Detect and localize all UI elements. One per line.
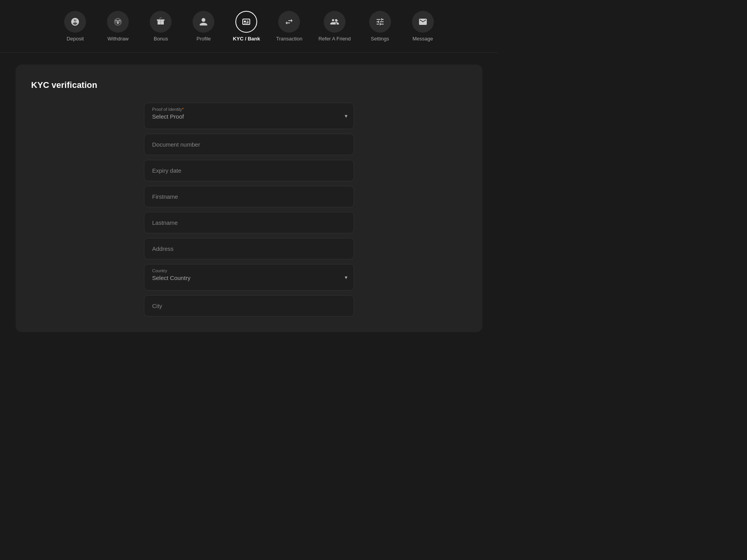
kyc-form: Proof of Identity* Select Proof ▾ — [144, 103, 354, 317]
svg-rect-3 — [160, 19, 161, 24]
nav-item-refer[interactable]: Refer A Friend — [310, 6, 358, 46]
country-value: Select Country — [152, 275, 346, 281]
withdraw-icon — [107, 11, 129, 33]
expiry-date-group — [144, 160, 354, 181]
message-label: Message — [412, 36, 433, 42]
document-number-input[interactable] — [144, 134, 354, 155]
kyc-icon — [235, 11, 257, 33]
top-navigation: Deposit Withdraw Bonus — [0, 0, 498, 53]
refer-icon — [324, 11, 345, 33]
deposit-icon — [64, 11, 86, 33]
nav-item-message[interactable]: Message — [402, 6, 444, 46]
kyc-bank-label: KYC / Bank — [233, 36, 260, 42]
proof-of-identity-group: Proof of Identity* Select Proof ▾ — [144, 103, 354, 129]
city-input[interactable] — [144, 295, 354, 317]
country-select[interactable]: Country Select Country ▾ — [144, 264, 354, 290]
settings-icon — [369, 11, 391, 33]
svg-rect-2 — [161, 21, 164, 24]
address-input[interactable] — [144, 238, 354, 259]
page-title: KYC verification — [31, 80, 467, 90]
profile-icon — [193, 11, 214, 33]
deposit-label: Deposit — [67, 36, 84, 42]
document-number-group — [144, 134, 354, 155]
svg-rect-4 — [243, 19, 250, 24]
lastname-input[interactable] — [144, 212, 354, 233]
refer-label: Refer A Friend — [318, 36, 351, 42]
nav-item-bonus[interactable]: Bonus — [139, 6, 182, 46]
svg-rect-5 — [244, 21, 246, 22]
message-icon — [412, 11, 434, 33]
nav-item-profile[interactable]: Profile — [182, 6, 225, 46]
address-group — [144, 238, 354, 259]
proof-label: Proof of Identity* — [152, 107, 346, 112]
proof-of-identity-select[interactable]: Proof of Identity* Select Proof ▾ — [144, 103, 354, 129]
nav-item-deposit[interactable]: Deposit — [54, 6, 96, 46]
firstname-group — [144, 186, 354, 207]
firstname-input[interactable] — [144, 186, 354, 207]
lastname-group — [144, 212, 354, 233]
settings-label: Settings — [371, 36, 389, 42]
country-group: Country Select Country ▾ — [144, 264, 354, 290]
bonus-label: Bonus — [154, 36, 168, 42]
kyc-card: KYC verification Proof of Identity* Sele… — [16, 65, 482, 332]
bonus-icon — [150, 11, 172, 33]
expiry-date-input[interactable] — [144, 160, 354, 181]
main-content: KYC verification Proof of Identity* Sele… — [0, 53, 498, 344]
nav-item-transaction[interactable]: Transaction — [268, 6, 310, 46]
svg-rect-1 — [158, 21, 160, 24]
proof-value: Select Proof — [152, 113, 346, 120]
nav-item-withdraw[interactable]: Withdraw — [96, 6, 139, 46]
withdraw-label: Withdraw — [107, 36, 128, 42]
city-group — [144, 295, 354, 317]
profile-label: Profile — [196, 36, 211, 42]
transaction-label: Transaction — [276, 36, 302, 42]
country-label: Country — [152, 268, 346, 273]
proof-chevron-icon: ▾ — [345, 113, 347, 119]
transaction-icon — [278, 11, 300, 33]
nav-item-settings[interactable]: Settings — [359, 6, 402, 46]
nav-item-kyc-bank[interactable]: KYC / Bank — [225, 6, 268, 46]
